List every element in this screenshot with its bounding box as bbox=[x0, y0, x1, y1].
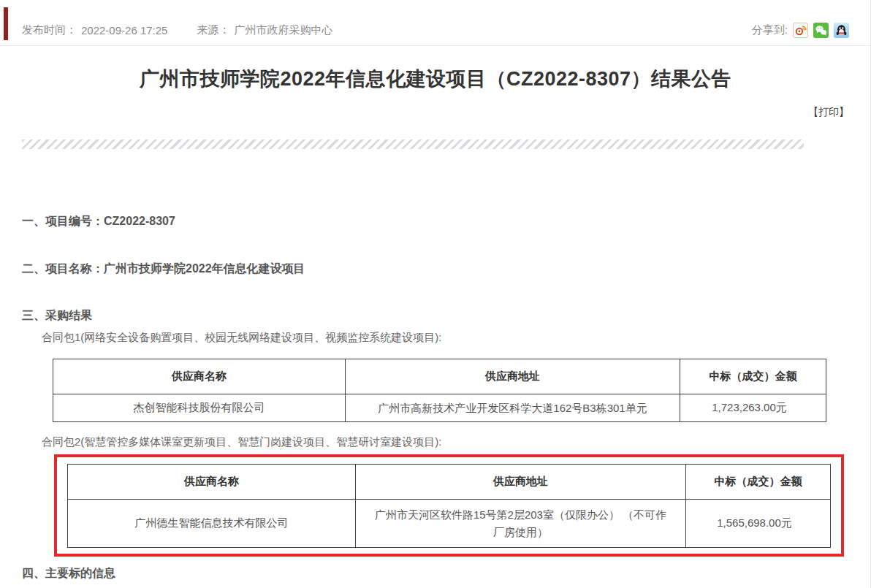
package2-intro: 合同包2(智慧管控多媒体课室更新项目、智慧门岗建设项目、智慧研讨室建设项目): bbox=[42, 434, 871, 450]
wechat-share-icon[interactable] bbox=[813, 23, 829, 38]
section-main-subject-info: 四、主要标的信息 bbox=[22, 565, 871, 581]
content-right-border bbox=[870, 0, 871, 588]
award-amount-cell: 1,565,698.00元 bbox=[686, 500, 831, 548]
page-title: 广州市技师学院2022年信息化建设项目（CZ2022-8307）结果公告 bbox=[140, 68, 731, 90]
source-value: 广州市政府采购中心 bbox=[234, 23, 332, 37]
table-row: 广州德生智能信息技术有限公司 广州市天河区软件路15号第2层203室（仅限办公）… bbox=[68, 500, 831, 548]
package1-intro: 合同包1(网络安全设备购置项目、校园无线网络建设项目、视频监控系统建设项目): bbox=[42, 329, 871, 345]
source-label: 来源： bbox=[197, 23, 229, 37]
publish-time-value: 2022-09-26 17:25 bbox=[81, 24, 167, 37]
package1-table: 供应商名称 供应商地址 中标（成交）金额 杰创智能科技股份有限公司 广州市高新技… bbox=[53, 359, 826, 422]
supplier-name-cell: 广州德生智能信息技术有限公司 bbox=[68, 500, 356, 548]
meta-bar: 发布时间： 2022-09-26 17:25 来源： 广州市政府采购中心 分享到… bbox=[0, 0, 871, 46]
qq-share-icon[interactable] bbox=[834, 23, 849, 38]
publish-info: 发布时间： 2022-09-26 17:25 来源： 广州市政府采购中心 bbox=[22, 23, 332, 37]
hatched-divider bbox=[22, 140, 804, 149]
col-supplier-address: 供应商地址 bbox=[356, 465, 686, 500]
table-header-row: 供应商名称 供应商地址 中标（成交）金额 bbox=[68, 465, 831, 500]
section-procurement-result: 三、采购结果 bbox=[22, 308, 871, 324]
content-area: 发布时间： 2022-09-26 17:25 来源： 广州市政府采购中心 分享到… bbox=[0, 0, 871, 588]
award-amount-cell: 1,723,263.00元 bbox=[680, 394, 826, 422]
publish-time-label: 发布时间： bbox=[22, 23, 77, 37]
package2-table: 供应商名称 供应商地址 中标（成交）金额 广州德生智能信息技术有限公司 广州市天… bbox=[67, 464, 831, 548]
highlight-red-box: 供应商名称 供应商地址 中标（成交）金额 广州德生智能信息技术有限公司 广州市天… bbox=[54, 454, 844, 557]
share-bar: 分享到: bbox=[752, 23, 849, 38]
supplier-address-cell: 广州市高新技术产业开发区科学大道162号B3栋301单元 bbox=[346, 394, 680, 422]
table-header-row: 供应商名称 供应商地址 中标（成交）金额 bbox=[53, 359, 826, 394]
share-label: 分享到: bbox=[752, 23, 788, 37]
section-project-number: 一、项目编号：CZ2022-8307 bbox=[22, 213, 871, 229]
title-row: 广州市技师学院2022年信息化建设项目（CZ2022-8307）结果公告 bbox=[0, 66, 871, 92]
supplier-address-cell: 广州市天河区软件路15号第2层203室（仅限办公） （不可作厂房使用） bbox=[356, 500, 686, 548]
table-row: 杰创智能科技股份有限公司 广州市高新技术产业开发区科学大道162号B3栋301单… bbox=[53, 394, 826, 422]
print-button[interactable]: 【打印】 bbox=[808, 106, 849, 118]
col-supplier-name: 供应商名称 bbox=[53, 359, 346, 394]
col-supplier-address: 供应商地址 bbox=[346, 359, 680, 394]
supplier-name-cell: 杰创智能科技股份有限公司 bbox=[53, 394, 346, 422]
col-supplier-name: 供应商名称 bbox=[68, 465, 356, 500]
col-award-amount: 中标（成交）金额 bbox=[686, 465, 831, 500]
print-row: 【打印】 bbox=[0, 105, 871, 119]
weibo-share-icon[interactable] bbox=[793, 23, 808, 38]
col-award-amount: 中标（成交）金额 bbox=[680, 359, 826, 394]
section-project-name: 二、项目名称：广州市技师学院2022年信息化建设项目 bbox=[22, 261, 871, 277]
announcement-page: 发布时间： 2022-09-26 17:25 来源： 广州市政府采购中心 分享到… bbox=[0, 0, 890, 588]
